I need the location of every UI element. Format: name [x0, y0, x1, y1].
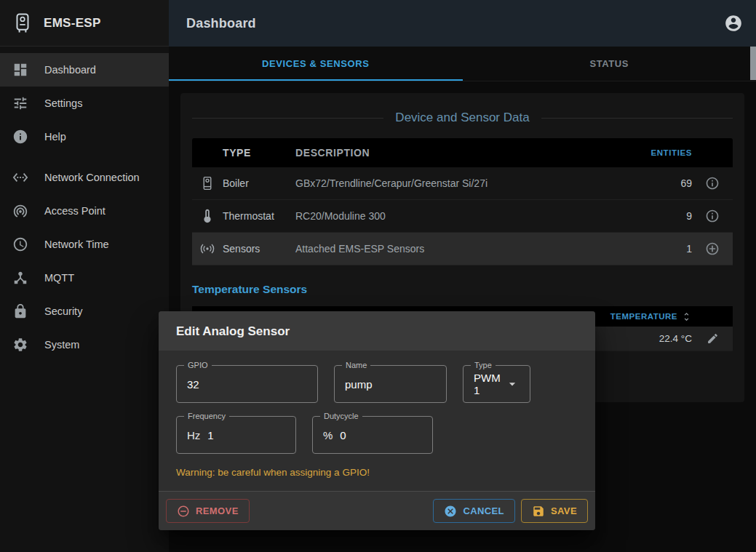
gear-icon	[12, 337, 28, 353]
account-circle-icon[interactable]	[724, 14, 743, 33]
divider	[541, 118, 733, 119]
info-icon[interactable]	[705, 209, 720, 223]
save-button[interactable]: SAVE	[521, 499, 588, 523]
col-entities: ENTITIES	[626, 148, 692, 157]
name-field-value: pump	[345, 378, 373, 391]
remove-button[interactable]: REMOVE	[166, 499, 250, 523]
device-description: Attached EMS-ESP Sensors	[295, 243, 626, 255]
frequency-unit: Hz	[187, 429, 200, 441]
appbar: Dashboard	[169, 0, 756, 47]
device-row-thermostat[interactable]: Thermostat RC20/Moduline 300 9	[192, 200, 733, 233]
sidebar-item-label: Settings	[44, 97, 82, 109]
app-logo-header: EMS-ESP	[0, 0, 169, 47]
dialog-title: Edit Analog Sensor	[159, 311, 595, 351]
type-select-label: Type	[471, 361, 496, 370]
sidebar-item-label: System	[44, 339, 79, 351]
sidebar-item-mqtt[interactable]: MQTT	[0, 261, 169, 295]
dutycycle-field-value: 0	[340, 429, 346, 441]
save-icon	[532, 505, 545, 518]
edit-icon[interactable]	[707, 332, 719, 345]
sidebar-item-label: Access Point	[44, 205, 106, 217]
dashboard-icon	[12, 62, 28, 78]
device-description: GBx72/Trendline/Cerapur/Greenstar Si/27i	[295, 177, 626, 189]
device-entities: 9	[626, 210, 692, 222]
gpio-warning-text: Warning: be careful when assigning a GPI…	[176, 467, 578, 478]
dialog-body: GPIO 32 Name pump Type PWM 1 Frequenc	[159, 351, 595, 478]
lock-icon	[12, 303, 28, 319]
temperature-sensors-heading: Temperature Sensors	[192, 283, 733, 296]
sidebar-item-network-time[interactable]: Network Time	[0, 228, 169, 261]
remove-circle-icon	[177, 505, 190, 518]
wifi-tethering-icon	[12, 203, 28, 219]
sidebar-item-label: Network Time	[44, 239, 109, 250]
gpio-field-label: GPIO	[184, 361, 212, 370]
name-field[interactable]: Name pump	[334, 365, 447, 403]
info-icon[interactable]	[705, 176, 720, 191]
type-select-value: PWM 1	[474, 372, 505, 396]
app-title: EMS-ESP	[44, 16, 101, 31]
sidebar: EMS-ESP Dashboard Settings Help	[0, 0, 169, 552]
device-row-sensors[interactable]: Sensors Attached EMS-ESP Sensors 1	[192, 233, 733, 265]
col-temperature: TEMPERATURE	[610, 312, 677, 321]
device-table: TYPE DESCRIPTION ENTITIES	[192, 138, 733, 265]
menu-divider	[0, 153, 169, 161]
device-entities: 69	[626, 177, 692, 189]
section-title-text: Device and Sensor Data	[395, 111, 529, 125]
gpio-field[interactable]: GPIO 32	[176, 365, 318, 403]
dutycycle-field[interactable]: Dutycycle % 0	[312, 416, 433, 454]
sidebar-item-label: Network Connection	[44, 172, 140, 183]
frequency-field-value: 1	[207, 429, 213, 441]
col-type: TYPE	[223, 147, 295, 159]
sidebar-item-label: Security	[44, 305, 82, 317]
sidebar-item-label: Dashboard	[44, 64, 96, 76]
sidebar-item-settings[interactable]: Settings	[0, 87, 169, 120]
device-hub-icon	[12, 270, 28, 286]
cancel-icon	[444, 505, 457, 518]
device-type: Thermostat	[223, 210, 295, 222]
col-description: DESCRIPTION	[295, 147, 626, 159]
clock-icon	[12, 236, 28, 252]
tab-status[interactable]: STATUS	[463, 47, 756, 81]
frequency-field[interactable]: Frequency Hz 1	[176, 416, 296, 454]
divider	[192, 118, 383, 119]
cancel-button[interactable]: CANCEL	[433, 499, 515, 523]
add-circle-icon[interactable]	[705, 241, 720, 256]
device-type: Boiler	[223, 177, 295, 189]
sidebar-item-security[interactable]: Security	[0, 295, 169, 328]
sidebar-item-dashboard[interactable]: Dashboard	[0, 53, 169, 87]
device-type: Sensors	[223, 243, 295, 255]
info-icon	[12, 129, 28, 145]
boiler-logo-icon	[12, 12, 33, 34]
tab-label: STATUS	[589, 58, 629, 69]
boiler-icon	[192, 175, 223, 191]
tab-devices-sensors[interactable]: DEVICES & SENSORS	[169, 47, 463, 81]
dialog-actions: REMOVE CANCEL SAVE	[159, 491, 595, 530]
frequency-field-label: Frequency	[184, 412, 229, 421]
unfold-more-icon	[681, 311, 692, 322]
scrollbar[interactable]	[750, 47, 756, 80]
gpio-field-value: 32	[187, 378, 199, 391]
sensors-icon	[192, 241, 223, 257]
ems-esp-app: EMS-ESP Dashboard Settings Help	[0, 0, 756, 552]
page-title: Dashboard	[186, 16, 724, 31]
tab-bar: DEVICES & SENSORS STATUS	[169, 47, 756, 81]
edit-analog-sensor-dialog: Edit Analog Sensor GPIO 32 Name pump Typ…	[159, 311, 595, 530]
sidebar-item-label: MQTT	[44, 272, 74, 284]
sidebar-item-access-point[interactable]: Access Point	[0, 194, 169, 228]
device-entities: 1	[626, 243, 692, 255]
sidebar-item-system[interactable]: System	[0, 328, 169, 361]
device-row-boiler[interactable]: Boiler GBx72/Trendline/Cerapur/Greenstar…	[192, 167, 733, 200]
sidebar-item-help[interactable]: Help	[0, 120, 169, 153]
thermostat-icon	[192, 208, 223, 224]
type-select[interactable]: Type PWM 1	[463, 365, 530, 403]
sidebar-menu: Dashboard Settings Help Network Connecti	[0, 47, 169, 361]
dutycycle-unit: %	[323, 429, 333, 441]
name-field-label: Name	[342, 361, 370, 370]
section-title: Device and Sensor Data	[192, 111, 733, 125]
sidebar-item-label: Help	[44, 131, 66, 143]
sidebar-item-network-connection[interactable]: Network Connection	[0, 161, 169, 194]
device-table-header: TYPE DESCRIPTION ENTITIES	[192, 138, 733, 167]
device-description: RC20/Moduline 300	[295, 210, 626, 222]
dutycycle-field-label: Dutycycle	[320, 412, 362, 421]
chevron-down-icon	[505, 377, 520, 391]
